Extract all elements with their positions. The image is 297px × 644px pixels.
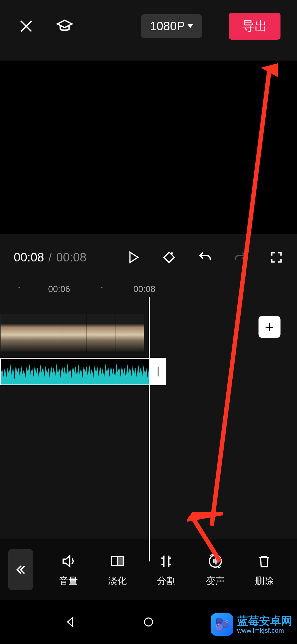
tool-label: 淡化 bbox=[108, 575, 127, 587]
watermark-badge-icon: 🫐 bbox=[211, 613, 233, 636]
ruler-dot bbox=[19, 287, 20, 288]
nav-home-icon[interactable] bbox=[140, 614, 157, 630]
audio-clip[interactable] bbox=[0, 358, 150, 385]
close-icon[interactable] bbox=[16, 17, 36, 36]
timecode: 00:08 / 00:08 bbox=[14, 250, 86, 264]
svg-point-6 bbox=[144, 618, 152, 626]
tool-label: 分割 bbox=[157, 575, 176, 587]
tool-fade[interactable]: 淡化 bbox=[108, 552, 127, 587]
fullscreen-icon[interactable] bbox=[267, 248, 286, 267]
tool-label: 删除 bbox=[255, 575, 274, 587]
playback-bar: 00:08 / 00:08 bbox=[0, 234, 297, 281]
back-button[interactable] bbox=[8, 549, 33, 590]
resolution-button[interactable]: 1080P bbox=[141, 14, 202, 38]
ruler-tick: 00:08 bbox=[133, 284, 155, 294]
add-keyframe-icon[interactable] bbox=[160, 248, 179, 267]
time-separator: / bbox=[48, 250, 52, 264]
watermark: 🫐 蓝莓安卓网 www.lmkjsf.com bbox=[211, 613, 292, 636]
graduation-cap-icon[interactable] bbox=[55, 17, 74, 36]
split-icon bbox=[157, 552, 175, 570]
svg-point-5 bbox=[209, 555, 221, 567]
tool-voicechange[interactable]: 变声 bbox=[206, 552, 225, 587]
tool-volume[interactable]: 音量 bbox=[59, 552, 78, 587]
export-label: 导出 bbox=[242, 19, 267, 33]
duration: 00:08 bbox=[56, 250, 86, 264]
ruler-dot bbox=[101, 287, 103, 288]
delete-icon bbox=[255, 552, 273, 570]
watermark-title: 蓝莓安卓网 bbox=[237, 615, 292, 627]
voicechange-icon bbox=[206, 552, 224, 570]
svg-rect-4 bbox=[117, 557, 123, 566]
chevron-down-icon bbox=[188, 24, 193, 28]
tool-label: 变声 bbox=[206, 575, 225, 587]
tool-scroller[interactable]: 音量 淡化 分割 变声 删除 bbox=[44, 552, 289, 587]
audio-clip-handle[interactable] bbox=[150, 358, 166, 385]
nav-back-icon[interactable] bbox=[62, 614, 78, 630]
tool-delete[interactable]: 删除 bbox=[255, 552, 274, 587]
playhead[interactable] bbox=[149, 297, 150, 561]
fade-icon bbox=[108, 552, 127, 570]
video-clip[interactable] bbox=[0, 314, 144, 352]
watermark-url: www.lmkjsf.com bbox=[237, 627, 292, 634]
timeline-ruler: 00:06 00:08 bbox=[0, 281, 297, 297]
undo-icon[interactable] bbox=[195, 248, 215, 267]
top-bar: 1080P 导出 bbox=[0, 0, 297, 52]
tool-label: 音量 bbox=[59, 575, 78, 587]
current-time: 00:08 bbox=[14, 250, 44, 264]
resolution-label: 1080P bbox=[150, 19, 185, 33]
ruler-tick: 00:06 bbox=[48, 284, 70, 294]
play-icon[interactable] bbox=[124, 248, 143, 267]
timeline[interactable]: 00:06 00:08 + bbox=[0, 281, 297, 548]
video-preview[interactable] bbox=[0, 61, 297, 234]
redo-icon[interactable] bbox=[231, 248, 250, 267]
volume-icon bbox=[59, 552, 78, 570]
add-clip-button[interactable]: + bbox=[258, 316, 280, 338]
export-button[interactable]: 导出 bbox=[229, 13, 280, 40]
tool-split[interactable]: 分割 bbox=[157, 552, 176, 587]
plus-icon: + bbox=[265, 319, 274, 335]
bottom-toolbar: 音量 淡化 分割 变声 删除 bbox=[0, 539, 297, 600]
